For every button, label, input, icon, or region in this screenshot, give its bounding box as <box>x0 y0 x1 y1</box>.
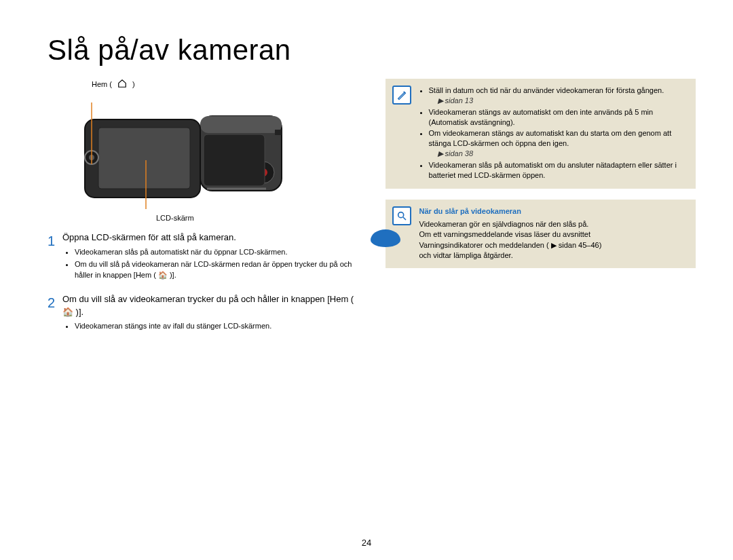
note-item: Videokameran stängs av automatiskt om de… <box>429 107 688 128</box>
svg-rect-8 <box>98 128 190 189</box>
step-1: 1 Öppna LCD-skärmen för att slå på kamer… <box>48 231 358 284</box>
info-decoration <box>371 229 400 247</box>
note-icon <box>392 86 411 105</box>
step-number: 1 <box>48 231 62 284</box>
info-line: och vidtar lämpliga åtgärder. <box>419 250 688 261</box>
svg-rect-2 <box>275 130 282 135</box>
info-heading: När du slår på videokameran <box>419 206 688 217</box>
home-label-row: Hem ( ) <box>48 79 358 90</box>
left-column: Hem ( ) <box>48 79 358 344</box>
home-icon <box>117 79 127 90</box>
steps-list: 1 Öppna LCD-skärmen för att slå på kamer… <box>48 231 358 335</box>
svg-rect-5 <box>204 134 265 186</box>
note-item: Om videokameran stängs av automatiskt ka… <box>429 128 688 159</box>
svg-point-13 <box>398 212 403 217</box>
home-label-right: ) <box>132 80 135 88</box>
step-number: 2 <box>48 293 62 335</box>
step-bullet: Videokameran stängs inte av ifall du stä… <box>75 321 358 332</box>
note-box: Ställ in datum och tid när du använder v… <box>386 79 696 189</box>
step-bullet: Om du vill slå på videokameran när LCD-s… <box>75 259 358 281</box>
step-text: Om du vill slå av videokameran trycker d… <box>62 294 354 317</box>
step-2: 2 Om du vill slå av videokameran trycker… <box>48 293 358 335</box>
note-item: Ställ in datum och tid när du använder v… <box>429 86 688 106</box>
info-line: Om ett varningsmeddelande visas läser du… <box>419 229 688 240</box>
home-label-left: Hem ( <box>92 80 112 88</box>
note-item: Videokameran slås på automatiskt om du a… <box>429 160 688 181</box>
page-title: Slå på/av kameran <box>48 34 696 67</box>
magnifier-icon <box>392 206 411 225</box>
info-line: Varningsindikatorer och meddelanden (▶si… <box>419 240 688 250</box>
step-bullet: Videokameran slås på automatiskt när du … <box>75 247 358 258</box>
info-box: När du slår på videokameran Videokameran… <box>386 200 696 268</box>
camera-illustration <box>48 92 299 211</box>
page-number: 24 <box>362 538 371 548</box>
svg-rect-1 <box>200 116 282 133</box>
step-text: Öppna LCD-skärmen för att slå på kameran… <box>62 232 236 242</box>
info-line: Videokameran gör en självdiagnos när den… <box>419 219 688 229</box>
svg-line-14 <box>403 217 406 220</box>
right-column: Ställ in datum och tid när du använder v… <box>386 79 696 344</box>
lcd-label: LCD-skärm <box>156 214 358 222</box>
